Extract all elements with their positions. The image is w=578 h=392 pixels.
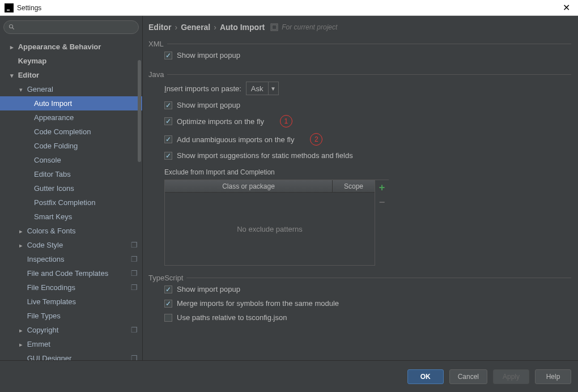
svg-point-2	[10, 25, 13, 28]
tree-label: Appearance & Behavior	[18, 42, 101, 51]
tree-label: Editor Tabs	[34, 170, 71, 178]
project-scope-note: For current project	[282, 23, 337, 31]
tree-code-style[interactable]: Code Style❐	[0, 238, 142, 252]
content-panel: Editor › General › Auto Import For curre…	[143, 16, 578, 360]
chevron-down-icon: ▼	[268, 82, 278, 95]
titlebar: Settings ✕	[0, 0, 578, 16]
section-xml: XML Show import popup	[148, 40, 571, 62]
tree-label: File Encodings	[27, 283, 75, 292]
cancel-button[interactable]: Cancel	[449, 369, 487, 384]
chevron-right-icon: ›	[175, 23, 177, 32]
tree-general[interactable]: General	[0, 82, 142, 96]
tree-smart-keys[interactable]: Smart Keys	[0, 210, 142, 224]
tree-appearance[interactable]: Appearance	[0, 110, 142, 125]
checkbox-xml-show-popup[interactable]	[164, 52, 172, 59]
project-badge-icon: ❐	[131, 269, 138, 278]
crumb-general[interactable]: General	[181, 23, 210, 32]
close-icon[interactable]: ✕	[559, 2, 573, 13]
tree-code-folding[interactable]: Code Folding	[0, 139, 142, 153]
tree-file-encodings[interactable]: File Encodings❐	[0, 280, 142, 295]
checkbox-optimize-imports[interactable]	[164, 117, 172, 125]
col-class-package[interactable]: Class or package	[165, 180, 333, 192]
sidebar: Appearance & Behavior Keymap Editor Gene…	[0, 16, 143, 360]
search-input[interactable]	[18, 23, 134, 31]
section-ts-legend: TypeScript	[148, 274, 186, 282]
project-badge-icon: ❐	[131, 354, 138, 360]
add-button[interactable]: +	[375, 180, 389, 195]
checkbox-ts-merge[interactable]	[164, 300, 172, 308]
label-xml-show-popup[interactable]: Show import popup	[177, 51, 240, 59]
tree-file-code-templates[interactable]: File and Code Templates❐	[0, 266, 142, 280]
dropdown-value: Ask	[246, 84, 268, 93]
tree-label: Editor	[18, 71, 40, 79]
dropdown-insert-imports[interactable]: Ask ▼	[246, 82, 279, 95]
svg-line-3	[12, 28, 14, 29]
tree-copyright[interactable]: Copyright❐	[0, 323, 142, 337]
label-optimize-imports[interactable]: Optimize imports on the fly	[177, 117, 264, 126]
tree-code-completion[interactable]: Code Completion	[0, 125, 142, 139]
app-icon	[5, 3, 14, 12]
tree-inspections[interactable]: Inspections❐	[0, 252, 142, 266]
tree-appearance-behavior[interactable]: Appearance & Behavior	[0, 40, 142, 54]
tree-file-types[interactable]: File Types	[0, 309, 142, 323]
tree-postfix-completion[interactable]: Postfix Completion	[0, 195, 142, 210]
tree-label: Postfix Completion	[34, 198, 95, 207]
tree-label: Copyright	[27, 326, 59, 334]
label-insert-imports: Insert imports on paste:	[164, 84, 241, 93]
label-java-show-popup[interactable]: Show import popup	[177, 101, 240, 109]
tree-emmet[interactable]: Emmet	[0, 337, 142, 351]
dialog-footer: OK Cancel Apply Help	[0, 360, 578, 392]
section-typescript: TypeScript Show import popup Merge impor…	[148, 274, 571, 325]
search-field[interactable]	[3, 20, 139, 34]
settings-panel: XML Show import popup Java Insert import…	[143, 37, 578, 360]
tree-label: File and Code Templates	[27, 269, 109, 278]
table-empty-state: No exclude patterns	[165, 193, 375, 265]
checkbox-unambiguous-imports[interactable]	[164, 135, 172, 143]
tree-label: Appearance	[34, 113, 74, 122]
section-xml-legend: XML	[148, 40, 167, 48]
tree-label: Live Templates	[27, 297, 76, 306]
label-exclude: Exclude from Import and Completion	[148, 163, 571, 180]
tree-label: GUI Designer	[27, 354, 72, 360]
tree-auto-import[interactable]: Auto Import	[0, 96, 142, 110]
window-title: Settings	[17, 4, 41, 12]
tree-editor-tabs[interactable]: Editor Tabs	[0, 167, 142, 181]
table-header: Class or package Scope	[165, 180, 375, 193]
checkbox-ts-paths[interactable]	[164, 314, 172, 322]
tree-colors-fonts[interactable]: Colors & Fonts	[0, 224, 142, 238]
ok-button[interactable]: OK	[407, 369, 444, 384]
tree-label: Console	[34, 156, 61, 164]
label-ts-paths[interactable]: Use paths relative to tsconfig.json	[177, 313, 287, 322]
scrollbar-thumb[interactable]	[138, 60, 141, 162]
checkbox-ts-show-popup[interactable]	[164, 286, 172, 293]
label-unambiguous-imports[interactable]: Add unambiguous imports on the fly	[177, 135, 294, 144]
tree-keymap[interactable]: Keymap	[0, 54, 142, 68]
tree-label: Smart Keys	[34, 212, 72, 221]
label-static-suggestions[interactable]: Show import suggestions for static metho…	[177, 151, 353, 160]
apply-button[interactable]: Apply	[493, 369, 529, 384]
callout-2: 2	[310, 133, 322, 146]
label-ts-merge[interactable]: Merge imports for symbols from the same …	[177, 299, 339, 308]
svg-rect-5	[272, 25, 277, 29]
tree-label: File Types	[27, 312, 61, 320]
crumb-auto-import: Auto Import	[220, 23, 265, 32]
section-java: Java Insert imports on paste: Ask ▼ Show…	[148, 70, 571, 266]
remove-button[interactable]: −	[375, 195, 389, 210]
tree-editor[interactable]: Editor	[0, 68, 142, 82]
tree-label: Colors & Fonts	[27, 227, 76, 235]
checkbox-java-show-popup[interactable]	[164, 101, 172, 109]
tree-label: Code Completion	[34, 127, 91, 136]
help-button[interactable]: Help	[535, 369, 571, 384]
callout-1: 1	[280, 115, 292, 127]
tree-gui-designer[interactable]: GUI Designer❐	[0, 351, 142, 360]
label-ts-show-popup[interactable]: Show import popup	[177, 285, 240, 293]
col-scope[interactable]: Scope	[333, 180, 375, 192]
checkbox-static-suggestions[interactable]	[164, 152, 172, 160]
tree-console[interactable]: Console	[0, 153, 142, 167]
tree-gutter-icons[interactable]: Gutter Icons	[0, 181, 142, 195]
tree-label: Emmet	[27, 340, 50, 348]
tree-label: Keymap	[18, 57, 47, 65]
settings-tree: Appearance & Behavior Keymap Editor Gene…	[0, 37, 142, 360]
crumb-editor[interactable]: Editor	[148, 23, 171, 32]
tree-live-templates[interactable]: Live Templates	[0, 295, 142, 309]
